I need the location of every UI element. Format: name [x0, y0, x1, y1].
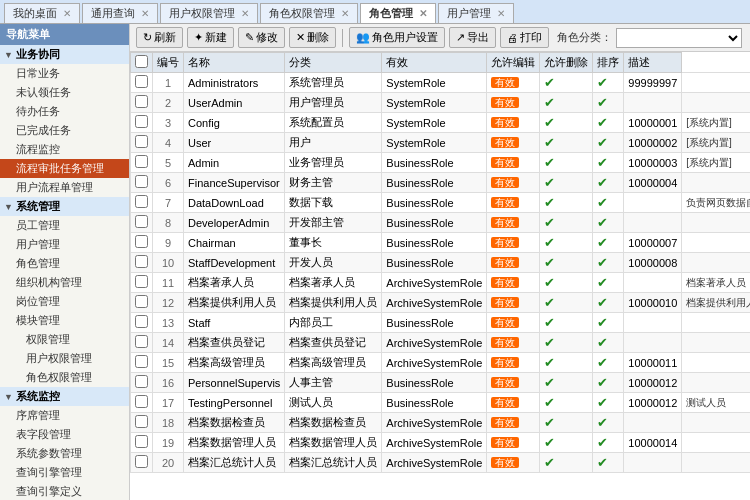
- sidebar-item-流程审批任务管理[interactable]: 流程审批任务管理: [0, 159, 129, 178]
- table-row[interactable]: 6 FinanceSupervisor 财务主管 BusinessRole 有效…: [131, 173, 751, 193]
- table-row[interactable]: 19 档案数据管理人员 档案数据管理人员 ArchiveSystemRole 有…: [131, 433, 751, 453]
- sidebar-item-角色权限管理[interactable]: 角色权限管理: [0, 368, 129, 387]
- row-checkbox[interactable]: [135, 375, 148, 388]
- sidebar-item-员工管理[interactable]: 员工管理: [0, 216, 129, 235]
- active-badge: 有效: [491, 117, 519, 128]
- new-button[interactable]: ✦ 新建: [187, 27, 234, 48]
- sidebar-item-查询引擎定义[interactable]: 查询引擎定义: [0, 482, 129, 500]
- sidebar-item-已完成任务[interactable]: 已完成任务: [0, 121, 129, 140]
- row-active: 有效: [487, 273, 540, 293]
- row-checkbox[interactable]: [135, 75, 148, 88]
- table-row[interactable]: 10 StaffDevelopment 开发人员 BusinessRole 有效…: [131, 253, 751, 273]
- sidebar-item-模块管理[interactable]: 模块管理: [0, 311, 129, 330]
- sidebar-item-序席管理[interactable]: 序席管理: [0, 406, 129, 425]
- edit-check-icon: ✔: [544, 435, 555, 450]
- table-row[interactable]: 7 DataDownLoad 数据下载 BusinessRole 有效 ✔ ✔ …: [131, 193, 751, 213]
- table-row[interactable]: 5 Admin 业务管理员 BusinessRole 有效 ✔ ✔ 100000…: [131, 153, 751, 173]
- sidebar-item-角色管理[interactable]: 角色管理: [0, 254, 129, 273]
- sidebar-item-查询引擎管理[interactable]: 查询引擎管理: [0, 463, 129, 482]
- tab-close-icon[interactable]: ✕: [63, 8, 71, 19]
- tab-role-permission[interactable]: 角色权限管理✕: [260, 3, 358, 23]
- tab-close-icon[interactable]: ✕: [497, 8, 505, 19]
- table-row[interactable]: 17 TestingPersonnel 测试人员 BusinessRole 有效…: [131, 393, 751, 413]
- table-row[interactable]: 20 档案汇总统计人员 档案汇总统计人员 ArchiveSystemRole 有…: [131, 453, 751, 473]
- table-row[interactable]: 9 Chairman 董事长 BusinessRole 有效 ✔ ✔ 10000…: [131, 233, 751, 253]
- row-checkbox[interactable]: [135, 355, 148, 368]
- row-checkbox[interactable]: [135, 135, 148, 148]
- tab-close-icon[interactable]: ✕: [141, 8, 149, 19]
- delete-button[interactable]: ✕ 删除: [289, 27, 336, 48]
- edit-check-icon: ✔: [544, 375, 555, 390]
- table-row[interactable]: 18 档案数据检查员 档案数据检查员 ArchiveSystemRole 有效 …: [131, 413, 751, 433]
- row-checkbox[interactable]: [135, 155, 148, 168]
- table-row[interactable]: 14 档案查供员登记 档案查供员登记 ArchiveSystemRole 有效 …: [131, 333, 751, 353]
- sidebar-section-业务协同[interactable]: ▼业务协同: [0, 45, 129, 64]
- table-row[interactable]: 12 档案提供利用人员 档案提供利用人员 ArchiveSystemRole 有…: [131, 293, 751, 313]
- sidebar-item-系统参数管理[interactable]: 系统参数管理: [0, 444, 129, 463]
- sidebar-item-用户流程单管理[interactable]: 用户流程单管理: [0, 178, 129, 197]
- tab-close-icon[interactable]: ✕: [419, 8, 427, 19]
- row-can-delete: ✔: [593, 73, 624, 93]
- row-checkbox[interactable]: [135, 295, 148, 308]
- active-badge: 有效: [491, 257, 519, 268]
- table-row[interactable]: 2 UserAdmin 用户管理员 SystemRole 有效 ✔ ✔: [131, 93, 751, 113]
- category-select[interactable]: SystemRole BusinessRole ArchiveSystemRol…: [616, 28, 742, 48]
- row-order: 10000011: [624, 353, 682, 373]
- row-checkbox[interactable]: [135, 195, 148, 208]
- print-button[interactable]: 🖨 打印: [500, 27, 549, 48]
- row-checkbox[interactable]: [135, 435, 148, 448]
- sidebar-item-流程监控[interactable]: 流程监控: [0, 140, 129, 159]
- row-checkbox[interactable]: [135, 415, 148, 428]
- sidebar-item-表字段管理[interactable]: 表字段管理: [0, 425, 129, 444]
- refresh-button[interactable]: ↻ 刷新: [136, 27, 183, 48]
- table-row[interactable]: 15 档案高级管理员 档案高级管理员 ArchiveSystemRole 有效 …: [131, 353, 751, 373]
- role-user-settings-button[interactable]: 👥 角色用户设置: [349, 27, 445, 48]
- table-row[interactable]: 13 Staff 内部员工 BusinessRole 有效 ✔ ✔: [131, 313, 751, 333]
- sidebar-item-用户权限管理[interactable]: 用户权限管理: [0, 349, 129, 368]
- sidebar-item-待办任务[interactable]: 待办任务: [0, 102, 129, 121]
- table-row[interactable]: 3 Config 系统配置员 SystemRole 有效 ✔ ✔ 1000000…: [131, 113, 751, 133]
- table-row[interactable]: 4 User 用户 SystemRole 有效 ✔ ✔ 10000002 [系统…: [131, 133, 751, 153]
- tab-user-mgmt[interactable]: 用户管理✕: [438, 3, 514, 23]
- row-checkbox[interactable]: [135, 95, 148, 108]
- table-row[interactable]: 1 Administrators 系统管理员 SystemRole 有效 ✔ ✔…: [131, 73, 751, 93]
- row-checkbox[interactable]: [135, 315, 148, 328]
- row-checkbox[interactable]: [135, 235, 148, 248]
- sidebar-item-权限管理[interactable]: 权限管理: [0, 330, 129, 349]
- sidebar-item-组织机构管理[interactable]: 组织机构管理: [0, 273, 129, 292]
- row-checkbox[interactable]: [135, 395, 148, 408]
- row-checkbox[interactable]: [135, 175, 148, 188]
- sidebar-item-未认领任务[interactable]: 未认领任务: [0, 83, 129, 102]
- select-all-checkbox[interactable]: [135, 55, 148, 68]
- row-num: 14: [153, 333, 184, 353]
- export-button[interactable]: ↗ 导出: [449, 27, 496, 48]
- tree-item-label: 用户流程单管理: [16, 180, 93, 195]
- sidebar-section-系统监控[interactable]: ▼系统监控: [0, 387, 129, 406]
- table-row[interactable]: 11 档案著承人员 档案著承人员 ArchiveSystemRole 有效 ✔ …: [131, 273, 751, 293]
- row-name: 数据下载: [285, 193, 382, 213]
- row-order: [624, 453, 682, 473]
- col-name-header: 分类: [285, 53, 382, 73]
- edit-check-icon: ✔: [544, 355, 555, 370]
- tab-close-icon[interactable]: ✕: [341, 8, 349, 19]
- table-row[interactable]: 16 PersonnelSupervis 人事主管 BusinessRole 有…: [131, 373, 751, 393]
- sidebar-item-岗位管理[interactable]: 岗位管理: [0, 292, 129, 311]
- tab-close-icon[interactable]: ✕: [241, 8, 249, 19]
- row-checkbox[interactable]: [135, 335, 148, 348]
- tab-role-mgmt[interactable]: 角色管理✕: [360, 3, 436, 23]
- sidebar-item-日常业务[interactable]: 日常业务: [0, 64, 129, 83]
- tab-user-permission[interactable]: 用户权限管理✕: [160, 3, 258, 23]
- edit-button[interactable]: ✎ 修改: [238, 27, 285, 48]
- table-row[interactable]: 8 DeveloperAdmin 开发部主管 BusinessRole 有效 ✔…: [131, 213, 751, 233]
- sidebar-item-用户管理[interactable]: 用户管理: [0, 235, 129, 254]
- sidebar-section-系统管理[interactable]: ▼系统管理: [0, 197, 129, 216]
- tab-general-query[interactable]: 通用查询✕: [82, 3, 158, 23]
- row-checkbox[interactable]: [135, 215, 148, 228]
- row-checkbox[interactable]: [135, 455, 148, 468]
- tab-desktop[interactable]: 我的桌面✕: [4, 3, 80, 23]
- row-checkbox[interactable]: [135, 275, 148, 288]
- row-checkbox[interactable]: [135, 115, 148, 128]
- row-checkbox[interactable]: [135, 255, 148, 268]
- row-can-edit: ✔: [540, 213, 593, 233]
- row-code: 档案数据检查员: [184, 413, 285, 433]
